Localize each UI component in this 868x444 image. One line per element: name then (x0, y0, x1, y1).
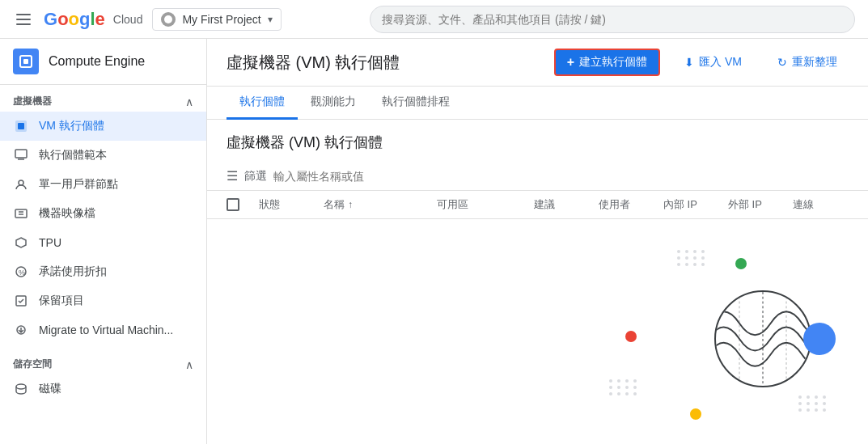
sidebar-item-disk[interactable]: 磁碟 (0, 374, 206, 404)
vm-section-title: 虛擬機器 (13, 95, 52, 108)
sidebar-item-label: Migrate to Virtual Machin... (39, 323, 173, 336)
filter-input[interactable] (273, 170, 849, 183)
sidebar-item-label: TPU (39, 236, 61, 249)
svg-text:%: % (19, 269, 25, 277)
refresh-icon: ↻ (777, 56, 787, 69)
sidebar-item-label: 單一用戶群節點 (39, 177, 118, 192)
svg-rect-4 (18, 123, 24, 129)
sidebar-item-label: 磁碟 (39, 382, 61, 396)
instance-templates-icon (13, 147, 29, 163)
filter-icon: ☰ (227, 168, 238, 184)
header-left: Google Cloud My First Project ▾ (13, 8, 282, 31)
sidebar-item-vm-instances[interactable]: VM 執行個體 (0, 112, 206, 141)
tab-schedule[interactable]: 執行個體排程 (369, 87, 463, 120)
top-header: Google Cloud My First Project ▾ (0, 0, 868, 39)
sidebar-service-header: Compute Engine (0, 39, 206, 85)
sidebar-item-reservations[interactable]: 保留項目 (0, 286, 206, 315)
svg-rect-5 (15, 150, 27, 158)
tab-observability[interactable]: 觀測能力 (298, 87, 369, 120)
col-header-recommend: 建議 (534, 197, 599, 212)
green-dot (735, 258, 747, 269)
blue-dot (803, 323, 836, 355)
col-header-zone: 可用區 (437, 197, 534, 212)
create-instance-button[interactable]: + 建立執行個體 (554, 49, 660, 76)
sidebar-item-label: 保留項目 (39, 294, 84, 308)
svg-point-0 (164, 15, 172, 23)
table-header: 狀態 名稱 ↑ 可用區 建議 使用者 內部 IP 外部 IP 連線 (207, 191, 868, 219)
col-header-status: 狀態 (259, 197, 324, 212)
filter-label: 篩選 (244, 169, 267, 184)
svg-marker-11 (16, 238, 26, 247)
project-selector[interactable]: My First Project ▾ (152, 8, 281, 31)
svg-point-16 (16, 384, 26, 389)
empty-state-illustration (609, 250, 836, 428)
red-dot (625, 331, 637, 342)
disk-icon (13, 381, 29, 397)
sidebar-item-label: VM 執行個體 (39, 119, 104, 133)
migrate-icon (13, 322, 29, 338)
sidebar-item-label: 執行個體範本 (39, 148, 107, 163)
page-header: 虛擬機器 (VM) 執行個體 + 建立執行個體 ⬇ 匯入 VM ↻ 重新整理 (207, 39, 868, 87)
tpu-icon (13, 235, 29, 251)
sole-tenant-icon (13, 176, 29, 192)
page-title: 虛擬機器 (VM) 執行個體 (227, 52, 541, 74)
sidebar-item-machine-images[interactable]: 機器映像檔 (0, 199, 206, 228)
project-icon (161, 12, 176, 27)
content-header: 虛擬機器 (VM) 執行個體 (207, 120, 868, 168)
sidebar-item-label: 承諾使用折扣 (39, 264, 107, 279)
col-header-external-ip: 外部 IP (728, 197, 793, 212)
vm-section-header: 虛擬機器 ∧ (0, 85, 206, 112)
storage-section-title: 儲存空間 (13, 357, 52, 371)
content-area: 虛擬機器 (VM) 執行個體 ☰ 篩選 狀態 名稱 ↑ 可用區 建議 (207, 120, 868, 444)
filter-row: ☰ 篩選 (207, 168, 868, 191)
col-header-internal-ip: 內部 IP (663, 197, 728, 212)
content-title: 虛擬機器 (VM) 執行個體 (227, 133, 849, 152)
col-header-connect: 連線 (793, 197, 857, 212)
google-cloud-logo: Google Cloud (44, 9, 142, 30)
svg-rect-2 (23, 59, 28, 64)
search-input[interactable] (370, 6, 855, 33)
committed-use-icon: % (13, 264, 29, 280)
vm-section-toggle[interactable]: ∧ (185, 95, 193, 108)
hamburger-menu[interactable] (13, 11, 34, 28)
dots-decoration-top (677, 250, 706, 266)
sidebar-item-migrate[interactable]: Migrate to Virtual Machin... (0, 315, 206, 345)
sidebar-item-tpu[interactable]: TPU (0, 228, 206, 257)
import-vm-button[interactable]: ⬇ 匯入 VM (673, 50, 753, 74)
dots-decoration-bottom-left (609, 379, 638, 395)
svg-point-7 (19, 180, 23, 185)
machine-images-icon (13, 205, 29, 222)
main-layout: Compute Engine 虛擬機器 ∧ VM 執行個體 執行個體範本 單一用… (0, 39, 868, 444)
tabs-bar: 執行個體 觀測能力 執行個體排程 (207, 87, 868, 120)
sidebar: Compute Engine 虛擬機器 ∧ VM 執行個體 執行個體範本 單一用… (0, 39, 207, 444)
download-icon: ⬇ (684, 56, 694, 69)
svg-rect-8 (15, 209, 27, 218)
globe-illustration (714, 290, 811, 387)
refresh-button[interactable]: ↻ 重新整理 (766, 50, 849, 74)
compute-engine-icon (13, 49, 39, 74)
search-bar[interactable] (370, 6, 855, 33)
plus-icon: + (567, 55, 574, 70)
storage-section-header: 儲存空間 ∧ (0, 348, 206, 374)
checkbox[interactable] (227, 198, 239, 211)
col-header-user: 使用者 (599, 197, 663, 212)
col-header-name[interactable]: 名稱 ↑ (324, 197, 437, 212)
service-name: Compute Engine (49, 54, 145, 69)
sort-arrow-icon: ↑ (348, 199, 353, 210)
cloud-text: Cloud (113, 13, 143, 26)
storage-section-toggle[interactable]: ∧ (185, 358, 193, 371)
select-all-checkbox[interactable] (227, 198, 259, 211)
sidebar-item-sole-tenant[interactable]: 單一用戶群節點 (0, 170, 206, 199)
chevron-down-icon: ▾ (268, 14, 273, 25)
project-name: My First Project (182, 13, 260, 26)
reservations-icon (13, 293, 29, 309)
yellow-dot (690, 408, 701, 420)
sidebar-item-committed-use[interactable]: % 承諾使用折扣 (0, 257, 206, 286)
tab-instances[interactable]: 執行個體 (227, 87, 298, 120)
sidebar-item-instance-templates[interactable]: 執行個體範本 (0, 141, 206, 170)
dots-decoration-bottom (798, 395, 828, 412)
main-content: 虛擬機器 (VM) 執行個體 + 建立執行個體 ⬇ 匯入 VM ↻ 重新整理 執… (207, 39, 868, 444)
sidebar-item-label: 機器映像檔 (39, 206, 95, 221)
vm-instances-icon (13, 118, 29, 134)
